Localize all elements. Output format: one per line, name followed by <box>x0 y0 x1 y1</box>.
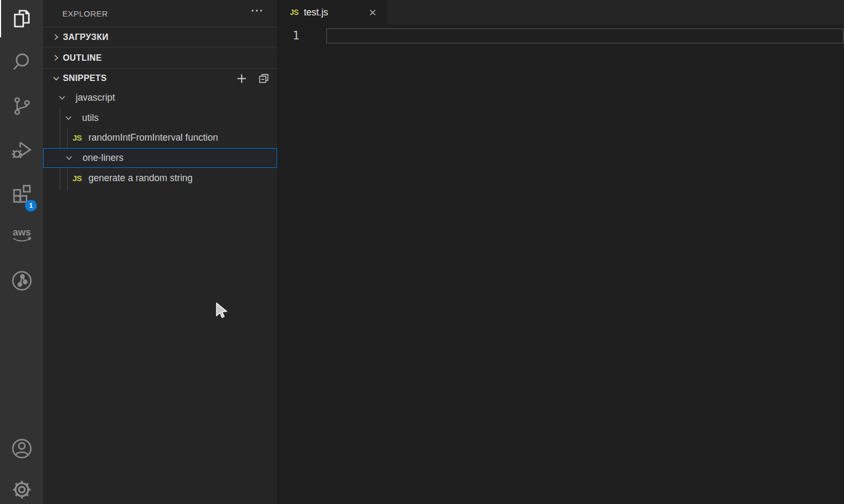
tree-item-label: one-liners <box>83 152 124 164</box>
tab-label: test.js <box>304 7 328 18</box>
files-icon <box>11 7 33 30</box>
sidebar-title: EXPLORER <box>62 9 108 18</box>
activity-bar: 1 aws <box>0 0 43 504</box>
chevron-right-icon <box>50 32 62 42</box>
activity-item-explorer[interactable] <box>0 0 43 37</box>
tree-item-generate-random-string[interactable]: JS generate a random string <box>43 168 277 188</box>
chevron-right-icon <box>50 53 62 62</box>
activity-item-search[interactable] <box>0 44 43 81</box>
tree-item-label: javascript <box>76 92 115 103</box>
tree-item-label: randomIntFromInterval function <box>88 132 218 143</box>
current-line-highlight <box>326 28 844 44</box>
tree-item-label: generate a random string <box>88 173 193 184</box>
activity-item-source-control[interactable] <box>0 87 43 125</box>
collapse-all-icon[interactable] <box>258 72 270 84</box>
section-label: SNIPPETS <box>63 74 107 83</box>
chevron-down-icon <box>55 93 69 102</box>
line-number: 1 <box>277 28 299 44</box>
js-file-icon: JS <box>72 174 85 183</box>
tab-testjs[interactable]: JS test.js <box>277 0 386 25</box>
activity-item-extensions[interactable]: 1 <box>0 175 43 213</box>
source-control-icon <box>11 95 33 117</box>
vscode-window: 1 aws <box>0 0 844 504</box>
tree-item-label: utils <box>82 112 99 124</box>
editor-area: JS test.js 1 <box>277 0 844 504</box>
tree-item-utils[interactable]: utils <box>43 108 277 128</box>
snippets-tree: javascript utils JS randomIntFromInterva… <box>43 88 277 190</box>
activity-item-aws[interactable]: aws <box>0 217 43 254</box>
explorer-sidebar: EXPLORER ЗАГРУЗКИ OUTLINE SNIPPETS <box>43 0 277 504</box>
chevron-down-icon <box>61 113 75 123</box>
debug-icon <box>10 139 34 162</box>
section-label: ЗАГРУЗКИ <box>63 32 109 42</box>
aws-icon: aws <box>9 226 35 245</box>
section-outline[interactable]: OUTLINE <box>43 47 277 68</box>
more-actions-icon[interactable] <box>249 7 264 14</box>
section-snippets[interactable]: SNIPPETS <box>43 68 277 88</box>
extensions-badge: 1 <box>25 200 37 212</box>
js-file-icon: JS <box>290 8 298 17</box>
snippets-actions <box>236 72 270 84</box>
tree-item-javascript[interactable]: javascript <box>43 88 277 108</box>
code-editor[interactable]: 1 <box>277 25 844 504</box>
chevron-down-icon <box>62 153 76 162</box>
activity-item-settings[interactable] <box>0 471 43 504</box>
js-file-icon: JS <box>72 133 85 142</box>
add-snippet-icon[interactable] <box>236 72 247 84</box>
search-icon <box>11 51 33 74</box>
svg-text:aws: aws <box>12 227 30 238</box>
close-icon[interactable] <box>367 7 378 18</box>
activity-item-account[interactable] <box>0 430 43 467</box>
graph-circle-icon <box>10 269 34 292</box>
section-label: OUTLINE <box>63 53 102 63</box>
tree-item-randomintfrominterval[interactable]: JS randomIntFromInterval function <box>43 128 277 148</box>
tab-bar: JS test.js <box>277 0 844 25</box>
account-icon <box>10 437 34 460</box>
section-downloads[interactable]: ЗАГРУЗКИ <box>43 27 277 47</box>
sidebar-header: EXPLORER <box>43 0 277 27</box>
activity-item-graph-circle[interactable] <box>0 262 43 299</box>
gear-icon <box>11 478 33 501</box>
chevron-down-icon <box>50 74 62 83</box>
tree-item-one-liners[interactable]: one-liners <box>43 148 277 168</box>
activity-item-run-and-debug[interactable] <box>0 132 43 169</box>
